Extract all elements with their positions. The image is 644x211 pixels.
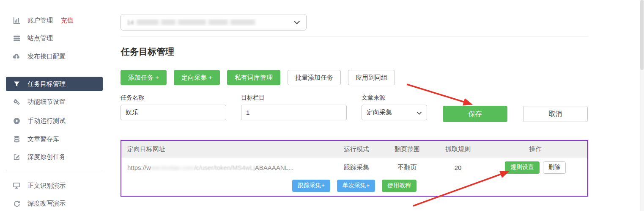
header-actions: 操作 (483, 145, 587, 153)
sidebar-item-label: 发布接口配置 (27, 53, 66, 61)
database-icon (13, 135, 20, 143)
directed-collect-button[interactable]: 定向采集 + (174, 70, 220, 85)
target-url-cell: https://www.toutiao.com/c/user/token/MS4… (121, 164, 331, 171)
sidebar-item-manual-run-test[interactable]: 手动运行测试 (6, 112, 103, 130)
sidebar-item-publish-api[interactable]: 发布接口配置 (6, 47, 103, 65)
task-name-label: 任务名称 (121, 94, 226, 102)
add-task-button[interactable]: 添加任务 + (121, 70, 167, 85)
bar-chart-icon (13, 17, 20, 24)
track-collect-button[interactable]: 跟踪采集+ (292, 180, 330, 192)
target-column-field-group: 目标栏目 (241, 94, 347, 120)
scrollbar-track[interactable] (640, 0, 644, 211)
sidebar-item-deep-original-task[interactable]: 深度原创任务 (6, 148, 103, 166)
sidebar-item-label: 手动运行测试 (27, 117, 66, 125)
sidebar-item-label: 站点管理 (27, 34, 53, 42)
run-mode-cell: 跟踪采集 (331, 164, 382, 172)
chevron-down-icon (417, 109, 422, 116)
table-header-row: 定向目标网址 运行模式 翻页范围 抓取规则 操作 (121, 141, 587, 158)
refresh-icon (13, 200, 20, 207)
gears-icon (13, 98, 20, 106)
sidebar-item-feature-settings[interactable]: 功能细节设置 (6, 93, 103, 111)
sidebar-item-label: 深度原创任务 (27, 153, 66, 161)
sidebar-item-label: 正文识别演示 (27, 182, 66, 190)
monitor-icon (13, 182, 20, 189)
content-divider (121, 36, 588, 36)
page-range-cell: 不翻页 (382, 164, 433, 172)
sidebar-item-account[interactable]: 账户管理 充值 (6, 11, 103, 29)
table-row: https://www.toutiao.com/c/user/token/MS4… (121, 158, 587, 177)
sidebar-item-deep-rewrite-demo[interactable]: 深度改写演示 (6, 194, 103, 211)
batch-add-task-button[interactable]: 批量添加任务 (288, 70, 341, 85)
sidebar-item-sites[interactable]: 站点管理 (6, 29, 103, 47)
sidebar-item-article-buffer[interactable]: 文章暂存库 (6, 130, 103, 148)
chevron-down-icon (293, 19, 300, 26)
play-circle-icon (13, 117, 20, 125)
single-collect-button[interactable]: 单次采集+ (337, 180, 375, 192)
task-name-input[interactable] (121, 105, 226, 120)
tutorial-button[interactable]: 使用教程 (382, 180, 417, 192)
target-column-label: 目标栏目 (241, 94, 347, 102)
task-name-field-group: 任务名称 (121, 94, 226, 120)
header-page-range: 翻页范围 (382, 145, 433, 153)
server-icon (13, 34, 20, 42)
sidebar-item-task-targets[interactable]: 任务目标管理 (6, 77, 103, 91)
header-target-url: 定向目标网址 (121, 145, 331, 153)
sidebar-item-label: 文章暂存库 (27, 135, 59, 143)
funnel-icon (13, 80, 20, 88)
app-window: 账户管理 充值 站点管理 发布接口配置 任务目标管理 功能细节设置 (0, 0, 644, 211)
rule-settings-button[interactable]: 规则设置 (505, 161, 540, 174)
table-footer-buttons: 跟踪采集+ 单次采集+ 使用教程 (121, 177, 587, 196)
grab-rule-cell: 20 (433, 164, 483, 171)
article-source-field-group: 文章来源 定向采集 (362, 94, 427, 120)
account-site-select[interactable]: 14 (121, 14, 307, 31)
sidebar-item-body-recognition-demo[interactable]: 正文识别演示 (6, 177, 103, 194)
actions-cell: 规则设置 删除 (483, 161, 587, 174)
header-run-mode: 运行模式 (331, 145, 382, 153)
cloud-upload-icon (13, 53, 20, 60)
header-grab-rule: 抓取规则 (433, 145, 483, 153)
private-thesaurus-button[interactable]: 私有词库管理 (227, 70, 280, 85)
article-source-value: 定向采集 (367, 108, 392, 117)
targets-table: 定向目标网址 运行模式 翻页范围 抓取规则 操作 https://www.tou… (121, 140, 588, 197)
delete-button[interactable]: 删除 (543, 161, 566, 174)
sidebar-item-label: 深度改写演示 (27, 200, 66, 208)
scrollbar-thumb[interactable] (640, 0, 644, 70)
page-title: 任务目标管理 (121, 46, 174, 58)
apply-to-group-button[interactable]: 应用到同组 (348, 70, 395, 85)
sidebar-divider (6, 171, 103, 171)
article-source-label: 文章来源 (362, 94, 427, 102)
edit-icon (13, 153, 20, 161)
toolbar: 添加任务 + 定向采集 + 私有词库管理 批量添加任务 应用到同组 (121, 70, 395, 85)
sidebar-item-label: 功能细节设置 (27, 98, 66, 106)
recharge-link[interactable]: 充值 (61, 17, 74, 25)
sidebar-item-label: 账户管理 (27, 17, 53, 25)
article-source-select[interactable]: 定向采集 (362, 105, 427, 120)
redacted-select-value: 14 (127, 19, 293, 26)
cancel-button[interactable]: 取消 (523, 106, 588, 122)
save-button[interactable]: 保存 (443, 106, 507, 122)
sidebar-item-label: 任务目标管理 (27, 80, 66, 88)
target-column-input[interactable] (241, 105, 347, 120)
